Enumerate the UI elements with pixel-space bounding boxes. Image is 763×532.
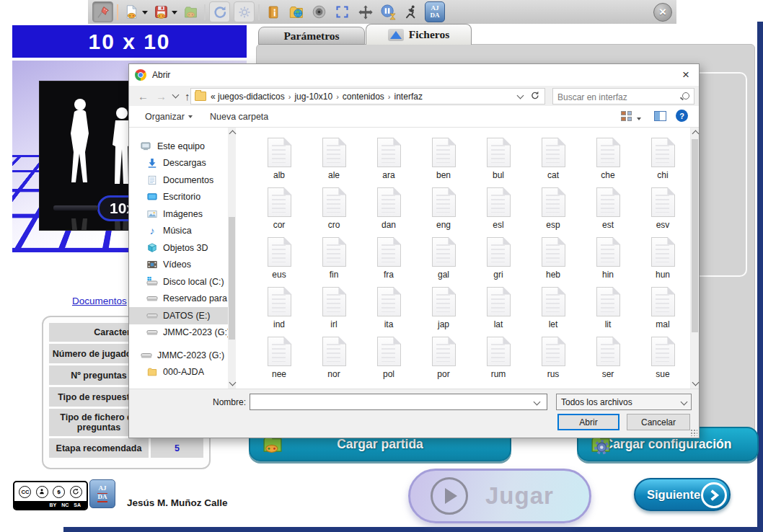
file-item[interactable]: lat xyxy=(471,287,526,337)
breadcrumb[interactable]: « juegos-didacticos›jug-10x10›contenidos… xyxy=(211,92,518,102)
jugar-button[interactable]: Jugar xyxy=(408,469,591,523)
sidebar-item-documentos[interactable]: Documentos xyxy=(129,172,228,189)
file-item[interactable]: hun xyxy=(635,237,690,287)
move-arrows-icon[interactable] xyxy=(356,2,375,22)
exit-run-icon[interactable] xyxy=(402,2,421,22)
organize-button[interactable]: Organizar xyxy=(145,106,193,127)
address-dropdown-icon[interactable] xyxy=(517,92,524,99)
file-item[interactable]: nor xyxy=(306,337,361,386)
preview-pane-icon[interactable] xyxy=(654,111,666,121)
up-arrow-icon[interactable]: ↑ xyxy=(185,91,190,102)
file-item[interactable]: bul xyxy=(471,138,526,187)
dialog-close-button[interactable]: × xyxy=(676,66,696,84)
dialog-titlebar[interactable]: Abrir × xyxy=(129,64,699,86)
file-item[interactable]: por xyxy=(416,337,471,386)
file-item[interactable]: sue xyxy=(635,337,690,386)
view-mode-icon[interactable] xyxy=(621,111,632,121)
refresh-icon[interactable] xyxy=(530,91,539,102)
file-item[interactable]: eus xyxy=(252,237,306,287)
sidebar-item-disco-local-c[interactable]: Disco local (C:) xyxy=(129,273,228,291)
sidebar-scrollbar[interactable] xyxy=(228,128,236,389)
file-item[interactable]: dan xyxy=(361,187,416,237)
scroll-up-icon[interactable] xyxy=(229,130,236,138)
file-item[interactable]: cat xyxy=(526,138,581,187)
abrir-button[interactable]: Abrir xyxy=(557,414,619,430)
sidebar-item-este-equipo[interactable]: Este equipo xyxy=(129,138,228,155)
cc-license-badge[interactable]: CC $ BY NC SA xyxy=(13,481,88,510)
sidebar-item-descargas[interactable]: Descargas xyxy=(129,155,228,172)
file-type-select[interactable]: Todos los archivos xyxy=(556,394,692,410)
sidebar-item-000-ajda[interactable]: 000-AJDA xyxy=(129,364,228,381)
file-item[interactable]: ara xyxy=(361,138,416,187)
search-input[interactable] xyxy=(556,89,682,105)
file-item[interactable]: esv xyxy=(635,187,690,237)
file-item[interactable]: mal xyxy=(635,287,690,337)
sidebar-item-musica[interactable]: ♪ Música xyxy=(129,223,228,240)
file-item[interactable]: fin xyxy=(306,237,361,287)
scroll-down-icon[interactable] xyxy=(229,379,236,386)
cancelar-button[interactable]: Cancelar xyxy=(627,414,690,430)
scroll-up-icon[interactable] xyxy=(692,130,699,138)
file-item[interactable]: cor xyxy=(252,187,306,237)
sidebar-item-imagenes[interactable]: Imágenes xyxy=(129,205,228,223)
file-item[interactable]: cro xyxy=(306,187,361,237)
file-item[interactable]: ser xyxy=(581,337,635,386)
resize-grip[interactable] xyxy=(690,429,697,436)
web-folder-icon[interactable] xyxy=(286,2,306,22)
file-item[interactable]: alb xyxy=(252,138,306,187)
sidebar-item-jmmc-2023[interactable]: JMMC-2023 (G:) xyxy=(129,324,228,342)
forward-arrow-icon[interactable]: → xyxy=(156,91,167,102)
file-item[interactable]: irl xyxy=(306,287,361,337)
sidebar-item-videos[interactable]: Vídeos xyxy=(129,257,228,274)
fullscreen-icon[interactable] xyxy=(332,2,352,22)
scrollbar-thumb[interactable] xyxy=(692,139,698,332)
file-item[interactable]: fra xyxy=(361,237,416,287)
file-item[interactable]: rus xyxy=(526,337,581,386)
file-item[interactable]: let xyxy=(526,287,581,337)
sidebar-item-datos-e[interactable]: DATOS (E:) xyxy=(129,307,228,324)
file-item[interactable]: nee xyxy=(252,337,306,386)
file-item[interactable]: gal xyxy=(416,237,471,287)
load-game-button[interactable] xyxy=(181,2,200,22)
siguiente-button[interactable]: Siguiente xyxy=(634,478,731,511)
sound-speaker-icon[interactable] xyxy=(309,2,329,22)
file-name-input[interactable] xyxy=(250,394,547,410)
file-item[interactable]: gri xyxy=(471,237,526,287)
file-item[interactable]: eng xyxy=(416,187,471,237)
sidebar-item-reservado[interactable]: Reservado para e xyxy=(129,291,228,308)
file-item[interactable]: jap xyxy=(416,287,471,337)
sidebar-item-jmmc-2023-group[interactable]: JMMC-2023 (G:) xyxy=(129,347,228,364)
refresh-icon[interactable] xyxy=(209,1,230,22)
file-item[interactable]: ben xyxy=(416,138,471,187)
scrollbar-thumb[interactable] xyxy=(229,217,235,340)
file-item[interactable]: chi xyxy=(635,138,690,187)
file-item[interactable]: heb xyxy=(526,237,581,287)
file-item[interactable]: esl xyxy=(471,187,526,237)
file-item[interactable]: esp xyxy=(526,187,581,237)
address-bar[interactable]: « juegos-didacticos›jug-10x10›contenidos… xyxy=(190,88,545,105)
file-item[interactable]: hin xyxy=(581,237,635,287)
close-icon[interactable] xyxy=(653,3,672,22)
file-item[interactable]: pol xyxy=(361,337,416,386)
help-icon[interactable]: ? xyxy=(676,110,688,122)
file-item[interactable]: ind xyxy=(252,287,306,337)
file-list-scrollbar[interactable] xyxy=(690,128,699,389)
tab-parametros[interactable]: Parámetros xyxy=(258,27,365,45)
settings-gear-icon[interactable] xyxy=(234,1,255,22)
new-folder-button[interactable]: Nueva carpeta xyxy=(210,106,268,127)
help-book-icon[interactable] xyxy=(263,2,283,22)
save-game-button[interactable] xyxy=(151,2,177,22)
sidebar-item-objetos-3d[interactable]: Objetos 3D xyxy=(129,239,228,257)
file-item[interactable]: est xyxy=(581,187,635,237)
file-item[interactable]: lit xyxy=(581,287,635,337)
search-box[interactable] xyxy=(552,88,694,105)
pause-timer-icon[interactable] xyxy=(379,2,398,22)
tab-ficheros[interactable]: Ficheros xyxy=(366,24,472,45)
scroll-down-icon[interactable] xyxy=(692,379,699,386)
file-item[interactable]: rum xyxy=(471,337,526,386)
new-game-button[interactable] xyxy=(122,2,148,22)
back-arrow-icon[interactable]: ← xyxy=(138,91,149,102)
pushpin-icon[interactable] xyxy=(92,1,113,22)
ajda-logo[interactable]: AJ DA xyxy=(425,1,445,22)
sidebar-item-escritorio[interactable]: Escritorio xyxy=(129,189,228,206)
